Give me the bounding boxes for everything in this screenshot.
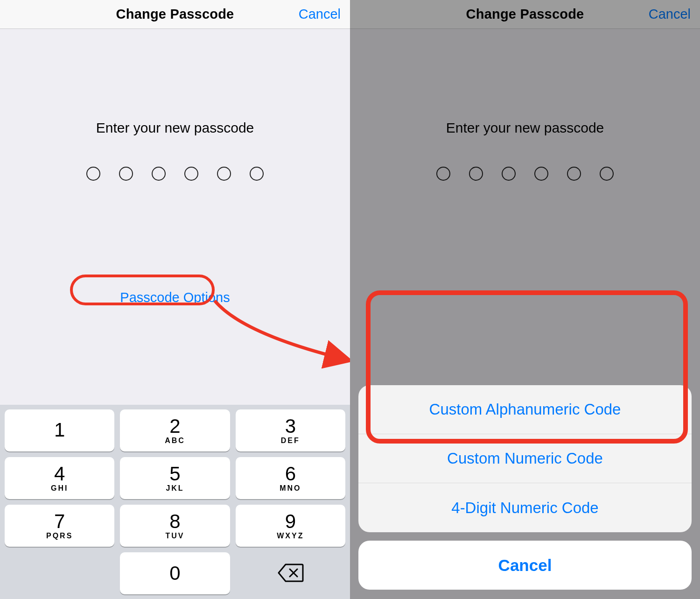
keypad-backspace-button[interactable] bbox=[236, 552, 345, 594]
key-digit: 9 bbox=[285, 512, 296, 531]
key-digit: 6 bbox=[285, 464, 296, 484]
passcode-dot bbox=[250, 167, 264, 181]
keypad-key-0[interactable]: 0 bbox=[120, 552, 230, 594]
key-digit: 8 bbox=[169, 512, 180, 531]
keypad-key-3[interactable]: 3 DEF bbox=[236, 409, 345, 451]
keypad-key-6[interactable]: 6 MNO bbox=[236, 457, 345, 499]
screenshot-before: Change Passcode Cancel Enter your new pa… bbox=[0, 0, 350, 599]
keypad-key-8[interactable]: 8 TUV bbox=[120, 505, 230, 547]
key-digit: 1 bbox=[54, 420, 65, 440]
key-digit: 2 bbox=[169, 416, 180, 436]
key-letters: TUV bbox=[165, 532, 184, 540]
numeric-keypad: 1 2 ABC 3 DEF 4 GHI 5 JKL 6 MNO bbox=[0, 405, 350, 599]
content-area: Enter your new passcode bbox=[0, 29, 350, 181]
key-letters: DEF bbox=[281, 437, 300, 444]
key-letters: GHI bbox=[51, 485, 68, 492]
passcode-dot bbox=[86, 167, 100, 181]
key-digit: 5 bbox=[169, 464, 180, 484]
key-letters: PQRS bbox=[46, 532, 73, 540]
key-digit: 3 bbox=[285, 416, 296, 436]
key-letters: JKL bbox=[166, 485, 184, 492]
annotation-highlight-right bbox=[366, 290, 688, 444]
passcode-dot bbox=[217, 167, 231, 181]
keypad-key-7[interactable]: 7 PQRS bbox=[5, 505, 114, 547]
passcode-dot bbox=[119, 167, 133, 181]
key-digit: 4 bbox=[54, 464, 65, 484]
keypad-key-5[interactable]: 5 JKL bbox=[120, 457, 230, 499]
passcode-prompt: Enter your new passcode bbox=[0, 120, 350, 136]
navbar: Change Passcode Cancel bbox=[0, 0, 350, 29]
keypad-key-1[interactable]: 1 bbox=[5, 409, 114, 451]
key-letters: ABC bbox=[165, 437, 185, 444]
nav-title: Change Passcode bbox=[116, 7, 234, 22]
passcode-dot bbox=[184, 167, 198, 181]
option-4digit-numeric[interactable]: 4-Digit Numeric Code bbox=[358, 483, 692, 532]
keypad-blank bbox=[5, 552, 114, 594]
key-digit: 7 bbox=[54, 512, 65, 531]
key-letters: WXYZ bbox=[277, 532, 304, 540]
keypad-key-4[interactable]: 4 GHI bbox=[5, 457, 114, 499]
cancel-button[interactable]: Cancel bbox=[299, 0, 341, 28]
key-digit: 0 bbox=[169, 564, 180, 583]
keypad-key-9[interactable]: 9 WXYZ bbox=[236, 505, 345, 547]
action-sheet-cancel-button[interactable]: Cancel bbox=[358, 541, 692, 590]
annotation-arrow bbox=[215, 288, 350, 383]
passcode-dots bbox=[0, 167, 350, 181]
passcode-dot bbox=[152, 167, 166, 181]
annotation-highlight-left bbox=[70, 275, 215, 305]
key-letters: MNO bbox=[280, 485, 301, 492]
backspace-icon bbox=[277, 563, 304, 585]
keypad-key-2[interactable]: 2 ABC bbox=[120, 409, 230, 451]
screenshot-after: Change Passcode Cancel Enter your new pa… bbox=[350, 0, 700, 599]
